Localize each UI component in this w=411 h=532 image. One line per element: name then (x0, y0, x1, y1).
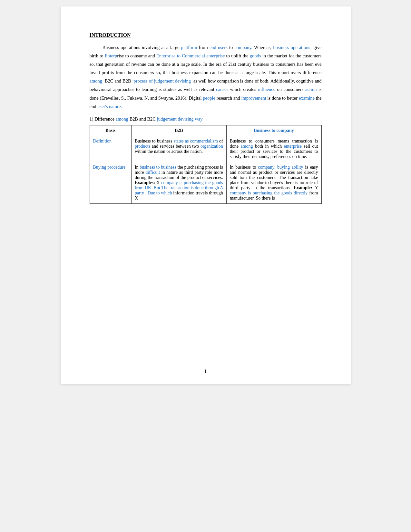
cell-b2b-buying: In business to business the purchasing p… (131, 162, 226, 203)
text-company: company (234, 45, 251, 50)
text-goods: goods (250, 53, 261, 58)
col-header-basis: Basis (90, 125, 131, 136)
text-causes: causes (216, 87, 228, 92)
intro-paragraph: Business operations involving at a large… (90, 43, 322, 111)
col-header-b2b: B2B (131, 125, 226, 136)
table-row-definition: Definition Business to business states a… (90, 136, 321, 162)
text-improvement: improvement (241, 95, 266, 101)
cell-basis-buying: Buying procedure (90, 162, 131, 203)
text-users-nature: user's nature. (97, 104, 122, 109)
text-among: among (90, 78, 102, 84)
text-enterprise-commercial: Enterprise to Commercial enterprise (156, 53, 225, 58)
section-title: INTRODUCTION (90, 32, 322, 38)
cell-basis-definition: Definition (90, 136, 131, 162)
text-process-judgement: process of judgement devising (133, 78, 191, 84)
page-number: 1 (61, 369, 351, 374)
text-influence: influence (258, 87, 275, 92)
text-examine: examine (299, 95, 315, 101)
text-platform: platform (181, 45, 197, 50)
text-action: action (305, 87, 317, 92)
table-subheading: 1) Difference among B2B and B2C judgemen… (90, 116, 322, 122)
cell-b2c-definition: Business to consumers means transaction … (226, 136, 321, 162)
col-header-b2c: Business to company (226, 125, 321, 136)
text-end-users: end users (210, 45, 228, 50)
document-page: INTRODUCTION Business operations involvi… (61, 6, 351, 384)
table-row-buying: Buying procedure In business to business… (90, 162, 321, 203)
text-judgement-link: judgement devising way (157, 116, 203, 122)
cell-b2c-buying: In business to company, buying ability i… (226, 162, 321, 203)
text-business-operations: business operations (273, 45, 310, 50)
text-enterprise: Enterp (105, 53, 117, 58)
cell-b2b-definition: Business to business states as commercia… (131, 136, 226, 162)
comparison-table: Basis B2B Business to company Definition… (90, 125, 322, 204)
text-people: people (203, 95, 215, 101)
text-among-subheading: among (116, 116, 128, 122)
